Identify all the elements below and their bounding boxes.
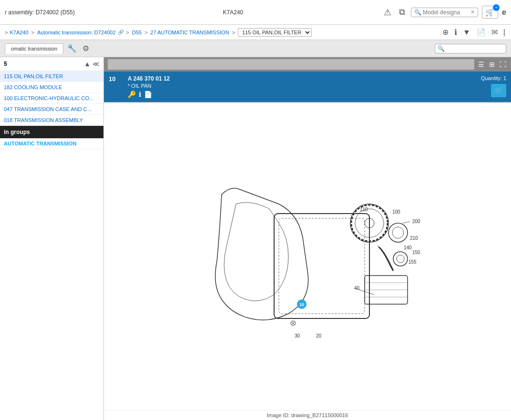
close-button[interactable]: e (502, 8, 506, 17)
warning-icon-btn[interactable]: ⚠ (382, 6, 393, 19)
filter-btn[interactable]: ▼ (462, 27, 471, 38)
header-icons: ⚠ ⧉ 🔍 ✕ 🛒 + e (382, 6, 506, 19)
svg-point-13 (397, 255, 404, 263)
svg-point-12 (393, 252, 408, 266)
svg-text:10: 10 (299, 302, 304, 307)
part-doc-icon[interactable]: 📄 (144, 91, 152, 98)
model-search-box: 🔍 ✕ (411, 8, 478, 17)
header-title: r assembly: D724002 (D55) (5, 9, 75, 16)
svg-text:155: 155 (409, 259, 417, 265)
sidebar-header-icons: ▲ ≪ (84, 60, 100, 68)
doc-btn[interactable]: 📄 (475, 27, 487, 38)
svg-text:200: 200 (412, 219, 420, 224)
clear-search-icon[interactable]: ✕ (470, 9, 475, 15)
part-name: * OIL PAN (128, 83, 476, 89)
svg-text:210: 210 (410, 236, 418, 241)
svg-rect-0 (274, 214, 369, 318)
breadcrumb-bar: > K7A240 > Automatic transmission: D7240… (0, 25, 511, 40)
parts-list-toolbar: ☰ ⊞ ⛶ (104, 57, 511, 72)
sidebar-item-115[interactable]: 115 OIL PAN,OIL FILTER (0, 71, 103, 82)
breadcrumb-k7a240[interactable]: K7A240 (10, 30, 28, 35)
model-search-input[interactable] (423, 9, 470, 16)
main-content: 5 ▲ ≪ 115 OIL PAN,OIL FILTER 182 COOLING… (0, 57, 511, 420)
breadcrumb-actions: ⊕ ℹ ▼ 📄 ✉ | (441, 27, 506, 38)
info-btn[interactable]: ℹ (453, 27, 458, 38)
quantity-label: Quantity: 1 (481, 75, 506, 81)
more-btn[interactable]: | (502, 27, 506, 38)
breadcrumb-transmission[interactable]: Automatic transmission: D724002 (37, 30, 115, 35)
part-info-icon[interactable]: ℹ (139, 91, 141, 98)
svg-text:100: 100 (392, 209, 400, 215)
breadcrumb-115-dropdown[interactable]: 115 OIL PAN,OIL FILTER (238, 28, 312, 37)
breadcrumb-sep-1: > (31, 30, 34, 35)
center-pane: ☰ ⊞ ⛶ 10 A 246 370 01 12 * OIL PAN 🔑 ℹ 📄 (104, 57, 511, 420)
link-icon-1[interactable]: 🔗 (118, 30, 123, 35)
svg-text:20: 20 (316, 333, 322, 338)
copy-icon-btn[interactable]: ⧉ (397, 6, 407, 18)
part-quantity: Quantity: 1 🛒 (481, 75, 506, 97)
part-number: 10 (109, 75, 123, 82)
breadcrumb-d55[interactable]: D55 (132, 30, 142, 35)
breadcrumb-sep-2: > (126, 30, 129, 35)
sidebar-count: 5 (4, 61, 7, 67)
mail-btn[interactable]: ✉ (491, 27, 499, 38)
sidebar-automatic-transmission[interactable]: AUTOMATIC TRANSMISSION (0, 138, 103, 149)
part-key-icon[interactable]: 🔑 (128, 91, 136, 98)
tab-icon-gear[interactable]: ⚙ (81, 43, 91, 54)
breadcrumb-27auto[interactable]: 27 AUTOMATIC TRANSMISSION (151, 30, 229, 35)
svg-text:140: 140 (404, 245, 412, 250)
search-icon: 🔍 (414, 9, 421, 16)
svg-text:30: 30 (295, 333, 300, 338)
grid-view-btn[interactable]: ⊞ (488, 60, 496, 69)
svg-rect-1 (279, 218, 365, 314)
tab-search-box: 🔍 (435, 44, 506, 53)
svg-line-30 (403, 222, 410, 223)
part-icons: 🔑 ℹ 📄 (128, 91, 476, 98)
image-id-label: Image ID: drawing_B27115000016 (104, 410, 511, 420)
add-to-cart-btn[interactable]: 🛒 (491, 84, 506, 97)
sidebar-item-018[interactable]: 018 TRANSMISSION ASSEMBLY (0, 115, 103, 126)
breadcrumb-sep-4: > (232, 30, 235, 35)
tab-icon-wrench[interactable]: 🔧 (65, 43, 79, 54)
tab-search-input[interactable] (446, 46, 503, 51)
sidebar: 5 ▲ ≪ 115 OIL PAN,OIL FILTER 182 COOLING… (0, 57, 104, 420)
sidebar-header: 5 ▲ ≪ (0, 57, 103, 71)
tab-search-icon: 🔍 (438, 45, 445, 52)
svg-point-6 (388, 223, 408, 242)
svg-text:40: 40 (354, 286, 360, 291)
breadcrumb-sep-3: > (144, 30, 147, 35)
sidebar-item-047[interactable]: 047 TRANSMISSION CASE AND C... (0, 104, 103, 115)
parts-toolbar-spacer (108, 59, 474, 70)
parts-diagram-svg: 10 40 100 110 200 210 150 140 155 20 30 (193, 175, 422, 338)
tab-bar: omatic transmission 🔧 ⚙ 🔍 (0, 40, 511, 57)
part-row-10: 10 A 246 370 01 12 * OIL PAN 🔑 ℹ 📄 Quant… (104, 72, 511, 102)
sidebar-expand-btn[interactable]: ≪ (92, 60, 100, 68)
parts-list-area: ☰ ⊞ ⛶ 10 A 246 370 01 12 * OIL PAN 🔑 ℹ 📄 (104, 57, 511, 103)
sidebar-section-title: in groups (0, 126, 103, 138)
svg-text:150: 150 (412, 250, 420, 255)
part-code: A 246 370 01 12 (128, 75, 476, 82)
cart-badge: + (493, 4, 500, 11)
expand-btn[interactable]: ⛶ (499, 60, 507, 69)
tab-automatic-transmission[interactable]: omatic transmission (5, 43, 63, 54)
breadcrumb-start: > (5, 30, 8, 35)
image-area: 10 40 100 110 200 210 150 140 155 20 30 (104, 103, 511, 420)
cart-button[interactable]: 🛒 + (482, 6, 498, 19)
zoom-in-btn[interactable]: ⊕ (441, 27, 450, 38)
svg-text:110: 110 (360, 207, 368, 212)
sidebar-item-100[interactable]: 100 ELECTRONIC-HYDRAULIC CO... (0, 93, 103, 104)
svg-point-7 (392, 227, 404, 238)
sidebar-collapse-btn[interactable]: ▲ (84, 60, 91, 68)
image-container: 10 40 100 110 200 210 150 140 155 20 30 (104, 103, 511, 410)
part-details: A 246 370 01 12 * OIL PAN 🔑 ℹ 📄 (128, 75, 476, 98)
header-bar: r assembly: D724002 (D55) K7A240 ⚠ ⧉ 🔍 ✕… (0, 0, 511, 25)
list-view-btn[interactable]: ☰ (477, 60, 485, 69)
sidebar-item-182[interactable]: 182 COOLING MODULE (0, 82, 103, 93)
header-code: K7A240 (84, 9, 382, 16)
